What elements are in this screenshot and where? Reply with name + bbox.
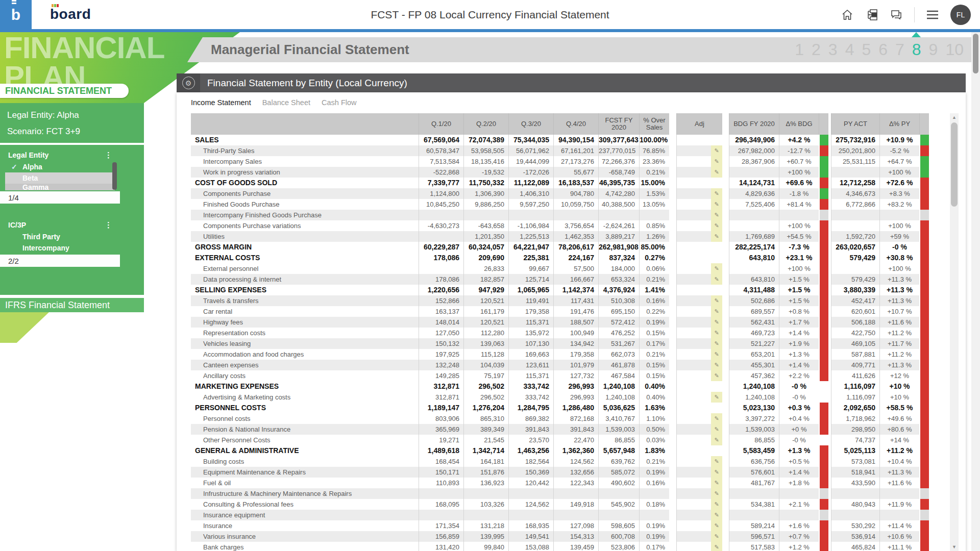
home-icon[interactable]	[841, 8, 854, 21]
page-scrollbar[interactable]	[971, 32, 980, 551]
edit-pencil-icon[interactable]: ✎	[711, 360, 722, 370]
delta-status-bar-red	[820, 295, 828, 306]
tab-balance-sheet[interactable]: Balance Sheet	[262, 98, 310, 107]
kebab-menu-icon[interactable]: ⋮	[105, 152, 112, 159]
column-gap	[722, 306, 729, 317]
edit-pencil-icon[interactable]: ✎	[711, 188, 722, 199]
page-button-2[interactable]: 2	[812, 40, 821, 59]
chat-icon[interactable]	[890, 8, 903, 21]
value-cell	[831, 263, 879, 274]
value-cell: 19,271	[419, 435, 463, 445]
column-header-q-3-20[interactable]: Q.3/20	[508, 113, 553, 135]
workflow-icon[interactable]	[865, 8, 878, 21]
edit-pencil-icon[interactable]: ✎	[711, 467, 722, 478]
edit-pencil-icon[interactable]: ✎	[711, 370, 722, 381]
tab-income-statement[interactable]: Income Statement	[191, 98, 251, 107]
edit-pencil-icon[interactable]: ✎	[711, 542, 722, 551]
page-button-1[interactable]: 1	[795, 40, 804, 59]
adjustment-cell	[677, 510, 711, 520]
edit-pencil-icon[interactable]: ✎	[711, 413, 722, 424]
edit-pencil-icon[interactable]: ✎	[711, 392, 722, 403]
delta-status-bar-gray	[920, 510, 929, 520]
report-settings-button[interactable]: ⚙	[177, 73, 200, 92]
edit-pencil-icon[interactable]: ✎	[711, 295, 722, 306]
edit-pencil-icon[interactable]: ✎	[711, 424, 722, 435]
column-header-py-act[interactable]: PY ACT	[831, 113, 879, 135]
avatar[interactable]: FL	[950, 5, 971, 25]
column-gap	[722, 370, 729, 381]
edit-pencil-icon[interactable]: ✎	[711, 167, 722, 178]
tab-cash-flow[interactable]: Cash Flow	[322, 98, 357, 107]
edit-pencil-icon[interactable]: ✎	[711, 520, 722, 531]
edit-pencil-icon[interactable]: ✎	[711, 435, 722, 445]
adjustment-cell	[677, 478, 711, 488]
edit-pencil-icon[interactable]: ✎	[711, 199, 722, 210]
list-item-third-party[interactable]: Third Party	[0, 231, 120, 242]
value-cell: +11.6 %	[879, 478, 919, 488]
page-button-10[interactable]: 10	[945, 40, 964, 59]
list-item-gamma[interactable]: Gamma	[5, 184, 115, 190]
value-cell	[419, 231, 463, 242]
column-header-bdg-fy-2020[interactable]: BDG FY 2020	[729, 113, 779, 135]
value-cell: 7,525,406	[729, 199, 779, 210]
edit-pencil-icon[interactable]: ✎	[711, 488, 722, 499]
page-button-9[interactable]: 9	[929, 40, 938, 59]
edit-pencil-icon[interactable]: ✎	[711, 156, 722, 167]
kebab-menu-icon[interactable]: ⋮	[105, 221, 112, 229]
edit-pencil-icon[interactable]: ✎	[711, 478, 722, 488]
column-gap	[669, 435, 676, 445]
edit-pencil-icon[interactable]: ✎	[711, 328, 722, 338]
page-button-7[interactable]: 7	[895, 40, 904, 59]
edit-pencil-icon[interactable]: ✎	[711, 317, 722, 328]
value-cell: 64,221,947	[508, 242, 553, 253]
column-gap	[669, 317, 676, 328]
edit-pencil-icon[interactable]: ✎	[711, 349, 722, 360]
edit-pencil-icon[interactable]: ✎	[711, 263, 722, 274]
edit-pencil-icon[interactable]: ✎	[711, 499, 722, 510]
value-cell: 0.15%	[639, 328, 669, 338]
page-button-8[interactable]: 8	[912, 40, 921, 59]
value-cell: 150,132	[419, 338, 463, 349]
column-gap	[669, 167, 676, 178]
table-scrollbar-thumb[interactable]	[951, 122, 958, 207]
page-scrollbar-thumb[interactable]	[973, 34, 978, 73]
list-item-beta[interactable]: Beta	[5, 172, 115, 184]
column-header-adj[interactable]: Adj	[676, 113, 722, 135]
table-scrollbar[interactable]: ▲ ▼	[950, 113, 959, 551]
edit-pencil-icon[interactable]: ✎	[711, 231, 722, 242]
column-header--%-py[interactable]: Δ% PY	[879, 113, 919, 135]
edit-pencil-icon[interactable]: ✎	[711, 274, 722, 285]
edit-pencil-icon[interactable]: ✎	[711, 220, 722, 231]
edit-pencil-icon[interactable]: ✎	[711, 306, 722, 317]
value-cell: 589,214	[729, 520, 779, 531]
sidebar-item-ifrs-financial-statement[interactable]: IFRS Financial Statement	[0, 296, 144, 312]
edit-pencil-icon[interactable]: ✎	[711, 145, 722, 156]
column-header--%-bdg[interactable]: Δ% BDG	[779, 113, 819, 135]
column-header-fcst-fy-2020[interactable]: FCST FY 2020	[598, 113, 639, 135]
page-button-5[interactable]: 5	[862, 40, 871, 59]
edit-pencil-icon[interactable]: ✎	[711, 210, 722, 220]
value-cell: 104,039	[463, 360, 508, 370]
menu-icon[interactable]	[926, 8, 939, 21]
list-item-alpha[interactable]: ✓Alpha	[0, 161, 120, 172]
edit-pencil-icon[interactable]: ✎	[711, 531, 722, 542]
adjustment-cell	[677, 199, 711, 210]
column-gap	[722, 413, 729, 424]
page-button-4[interactable]: 4	[845, 40, 854, 59]
edit-pencil-icon[interactable]: ✎	[711, 456, 722, 467]
page-button-3[interactable]: 3	[828, 40, 838, 59]
column-header-q-4-20[interactable]: Q.4/20	[553, 113, 598, 135]
edit-pencil-icon[interactable]: ✎	[711, 338, 722, 349]
scroll-up-icon[interactable]: ▲	[950, 113, 959, 121]
column-header-q-2-20[interactable]: Q.2/20	[463, 113, 508, 135]
column-header-%-over-sales[interactable]: % Over Sales	[639, 113, 669, 135]
list-item-intercompany[interactable]: Intercompany	[0, 242, 120, 254]
edit-pencil-icon[interactable]: ✎	[711, 510, 722, 520]
scroll-down-icon[interactable]: ▼	[950, 543, 959, 551]
column-header-q-1-20[interactable]: Q.1/20	[419, 113, 463, 135]
delta-status-bar-red	[820, 403, 828, 413]
active-page-caret-icon	[912, 32, 921, 37]
page-button-6[interactable]: 6	[878, 40, 888, 59]
column-gap	[669, 156, 676, 167]
list-scrollbar-thumb[interactable]	[112, 162, 117, 190]
